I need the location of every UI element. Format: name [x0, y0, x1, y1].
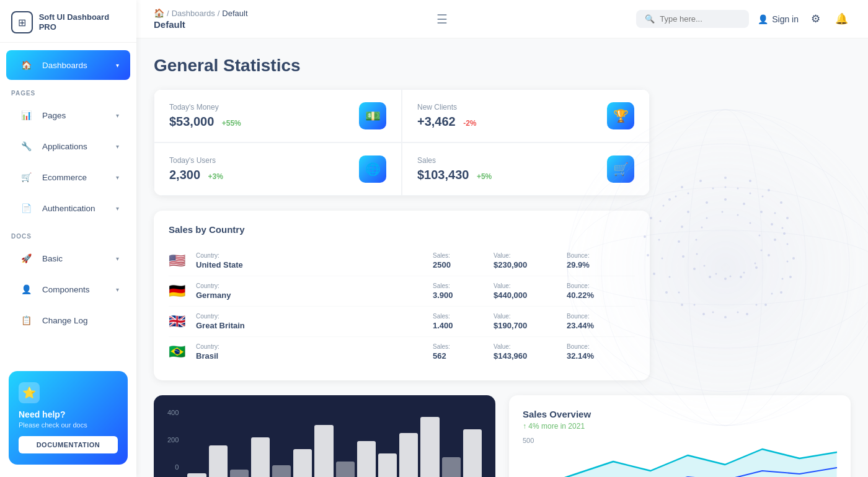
bottom-charts: 400 200 0 [154, 395, 851, 477]
country-row-gb: 🇬🇧 Country: Great Britain Sales: 1.400 V… [169, 307, 635, 337]
country-us-col: Country: United State [196, 252, 428, 269]
chevron-down-icon: ▾ [116, 143, 119, 150]
stat-clients-label: New Clients [417, 103, 477, 112]
svg-point-77 [715, 273, 717, 275]
sidebar-item-applications[interactable]: 🔧 Applications ▾ [6, 131, 130, 161]
stat-sales-label: Sales [417, 156, 492, 165]
svg-point-10 [724, 177, 727, 179]
bar-chart-bars [187, 409, 482, 477]
stat-card-users: Today's Users 2,300 +3% 🌐 [154, 142, 402, 196]
svg-point-57 [678, 292, 680, 294]
breadcrumb-container: 🏠 / Dashboards / Default Default [154, 8, 248, 30]
help-box: ⭐ Need help? Please check our docs DOCUM… [9, 371, 128, 465]
search-input[interactable] [660, 14, 740, 24]
svg-point-81 [701, 227, 703, 229]
sales-overview-change: 4% more in 2021 [528, 422, 585, 431]
bar-5 [272, 465, 291, 477]
svg-point-75 [743, 272, 745, 274]
sidebar-item-dashboards[interactable]: 🏠 Dashboards ▾ [6, 50, 130, 80]
sidebar: ⊞ Soft UI Dashboard PRO 🏠 Dashboards ▾ P… [0, 0, 136, 477]
hamburger-icon: ☰ [436, 12, 448, 27]
logo-icon: ⊞ [11, 11, 33, 33]
breadcrumb: 🏠 / Dashboards / Default [154, 8, 248, 18]
svg-point-35 [774, 239, 776, 241]
sidebar-item-basic[interactable]: 🚀 Basic ▾ [6, 243, 130, 273]
svg-point-5 [645, 110, 806, 426]
sidebar-item-pages[interactable]: 📊 Pages ▾ [6, 100, 130, 130]
svg-point-30 [706, 201, 708, 204]
content-area: General Statistics Today's Money $53,000… [136, 38, 868, 477]
bar-7 [314, 425, 333, 477]
globe-icon: 🌐 [359, 155, 386, 183]
bar-11 [399, 433, 418, 477]
settings-icon: ⚙ [811, 13, 820, 25]
sidebar-label-applications: Applications [42, 142, 108, 151]
stat-clients-info: New Clients +3,462 -2% [417, 103, 477, 129]
svg-point-23 [724, 316, 727, 318]
svg-point-37 [755, 266, 758, 269]
sidebar-label-components: Components [42, 285, 108, 294]
breadcrumb-sep-2: / [218, 9, 220, 18]
svg-point-68 [706, 217, 708, 219]
bell-icon: 🔔 [835, 13, 848, 25]
line-chart-y: 500 400 [523, 437, 534, 477]
svg-point-28 [792, 257, 795, 260]
svg-point-63 [782, 278, 784, 280]
svg-point-70 [737, 214, 739, 216]
svg-point-65 [787, 243, 789, 245]
svg-point-14 [786, 217, 789, 219]
docs-section-label: DOCS [0, 224, 136, 242]
stat-money-value: $53,000 [169, 115, 214, 128]
svg-point-76 [730, 276, 732, 278]
svg-point-56 [669, 276, 671, 278]
svg-point-72 [759, 235, 761, 237]
svg-point-13 [780, 201, 782, 204]
signin-button[interactable]: 👤 Sign in [758, 14, 799, 24]
svg-point-21 [681, 304, 683, 306]
bounce-gb-col: Bounce: 23.44% [567, 313, 635, 330]
documentation-button[interactable]: DOCUMENTATION [19, 436, 118, 453]
svg-point-64 [787, 261, 789, 263]
sidebar-item-components[interactable]: 👤 Components ▾ [6, 274, 130, 304]
svg-point-60 [737, 312, 739, 313]
changelog-icon: 📋 [17, 312, 35, 329]
notifications-button[interactable]: 🔔 [833, 10, 851, 28]
settings-button[interactable]: ⚙ [808, 10, 823, 28]
search-box[interactable]: 🔍 [636, 10, 749, 28]
svg-point-69 [722, 211, 724, 213]
svg-point-49 [750, 193, 751, 195]
country-row-de: 🇩🇪 Country: Germany Sales: 3.900 Value: … [169, 276, 635, 307]
value-us-col: Value: $230,900 [494, 252, 562, 269]
sidebar-item-changelog[interactable]: 📋 Change Log [6, 305, 130, 335]
svg-point-12 [768, 189, 770, 191]
svg-point-59 [712, 312, 714, 313]
bar-8 [336, 462, 355, 478]
chevron-down-icon: ▾ [116, 286, 119, 293]
components-icon: 👤 [17, 281, 35, 298]
basic-icon: 🚀 [17, 250, 35, 267]
topbar-actions: 👤 Sign in ⚙ 🔔 [758, 10, 851, 28]
topbar: 🏠 / Dashboards / Default Default ☰ 🔍 👤 S… [136, 0, 868, 38]
svg-point-32 [743, 203, 745, 205]
stats-cards: Today's Money $53,000 +55% 💵 New Clients… [154, 89, 650, 196]
sidebar-label-dashboards: Dashboards [42, 61, 108, 70]
svg-point-67 [774, 212, 776, 214]
stat-clients-value: +3,462 [417, 115, 456, 128]
svg-point-44 [681, 225, 683, 228]
sidebar-item-ecommerce[interactable]: 🛒 Ecommerce ▾ [6, 162, 130, 192]
signin-label: Sign in [772, 14, 799, 24]
country-row-br: 🇧🇷 Country: Brasil Sales: 562 Value: $14… [169, 337, 635, 367]
trophy-icon: 🏆 [607, 102, 634, 129]
svg-point-29 [687, 211, 689, 213]
menu-toggle[interactable]: ☰ [436, 12, 448, 27]
sidebar-item-authentication[interactable]: 📄 Authentication ▾ [6, 193, 130, 223]
bar-10 [378, 453, 397, 478]
stat-money-change: +55% [222, 119, 241, 128]
chevron-down-icon: ▾ [116, 112, 119, 119]
stat-users-info: Today's Users 2,300 +3% [169, 156, 223, 182]
stat-users-value: 2,300 [169, 168, 200, 182]
svg-point-80 [696, 239, 698, 241]
logo-text: Soft UI Dashboard PRO [39, 12, 125, 32]
chevron-down-icon: ▾ [116, 174, 119, 181]
stat-users-row: 2,300 +3% [169, 168, 223, 182]
